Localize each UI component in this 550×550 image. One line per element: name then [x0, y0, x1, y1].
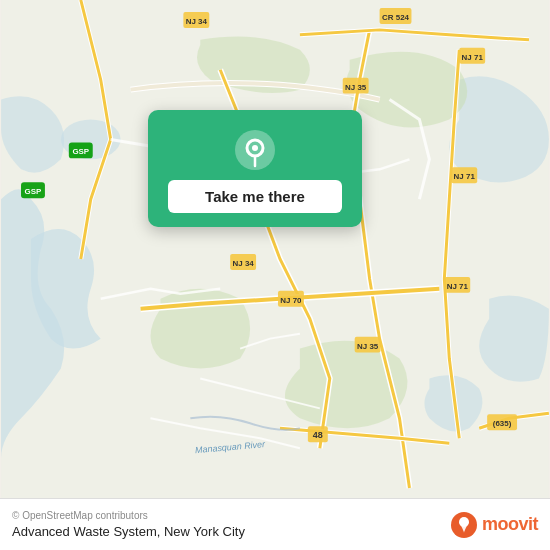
svg-text:NJ 71: NJ 71 — [447, 282, 469, 291]
bottom-info: © OpenStreetMap contributors Advanced Wa… — [12, 510, 245, 539]
location-name: Advanced Waste System, New York City — [12, 524, 245, 539]
svg-text:48: 48 — [313, 430, 323, 440]
moovit-label: moovit — [482, 514, 538, 535]
moovit-icon — [450, 511, 478, 539]
svg-text:NJ 35: NJ 35 — [357, 342, 379, 351]
svg-text:NJ 35: NJ 35 — [345, 83, 367, 92]
svg-text:GSP: GSP — [72, 147, 89, 156]
svg-text:NJ 71: NJ 71 — [454, 172, 476, 181]
svg-point-31 — [252, 145, 258, 151]
popup-card: Take me there — [148, 110, 362, 227]
map-container: GSP GSP NJ 34 NJ 34 NJ 35 NJ 35 NJ 70 NJ… — [0, 0, 550, 498]
app: GSP GSP NJ 34 NJ 34 NJ 35 NJ 35 NJ 70 NJ… — [0, 0, 550, 550]
svg-text:NJ 71: NJ 71 — [462, 53, 484, 62]
map-svg: GSP GSP NJ 34 NJ 34 NJ 35 NJ 35 NJ 70 NJ… — [0, 0, 550, 498]
location-pin-icon — [233, 128, 277, 172]
svg-text:NJ 34: NJ 34 — [186, 17, 208, 26]
take-me-there-button[interactable]: Take me there — [168, 180, 342, 213]
svg-text:GSP: GSP — [25, 187, 42, 196]
bottom-bar: © OpenStreetMap contributors Advanced Wa… — [0, 498, 550, 550]
moovit-logo: moovit — [450, 511, 538, 539]
svg-text:NJ 70: NJ 70 — [280, 296, 302, 305]
svg-text:NJ 34: NJ 34 — [233, 259, 255, 268]
copyright-text: © OpenStreetMap contributors — [12, 510, 245, 521]
svg-text:(635): (635) — [493, 419, 512, 428]
svg-text:CR 524: CR 524 — [382, 13, 410, 22]
